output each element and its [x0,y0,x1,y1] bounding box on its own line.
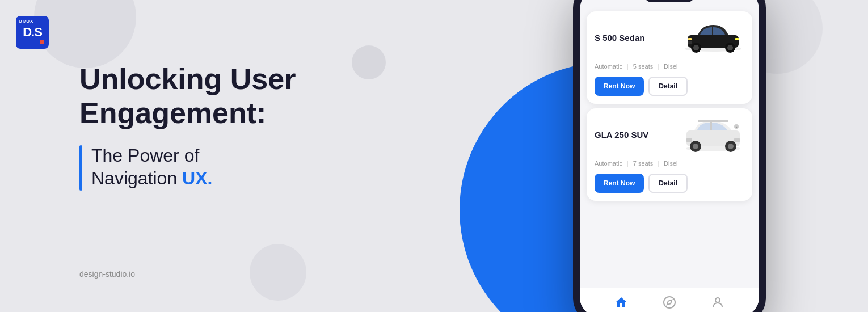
phone-mockup: S 500 Sedan [573,0,777,312]
car1-svg [682,19,744,53]
subtitle-line1: The Power of [91,145,199,166]
car-card-2: GLA 250 SUV [587,108,752,201]
svg-point-5 [727,45,733,50]
svg-point-13 [693,144,698,149]
svg-point-3 [693,45,699,50]
car1-specs: Automatic | 5 seats | Disel [595,63,744,70]
logo[interactable]: UI/UX D.S [16,16,49,49]
nav-home-icon[interactable] [614,295,629,310]
svg-rect-16 [686,138,692,142]
svg-rect-8 [688,41,692,44]
car1-spec1: Automatic [595,63,622,70]
svg-point-22 [715,298,720,302]
car1-spec2: 5 seats [633,63,653,70]
deco-circle-bottomleft [250,244,306,301]
phone-content: S 500 Sedan [580,0,759,288]
subtitle-block: The Power of Navigation UX. [79,144,363,191]
svg-rect-11 [710,122,712,130]
car1-spec3: Disel [664,63,677,70]
car-card-1: S 500 Sedan [587,11,752,104]
car2-specs: Automatic | 7 seats | Disel [595,160,744,167]
svg-rect-17 [734,138,740,142]
car2-rent-button[interactable]: Rent Now [595,174,644,193]
nav-explore-icon[interactable] [662,295,677,310]
car2-spec1: Automatic [595,160,622,167]
car2-svg: ★ [682,116,744,153]
nav-profile-icon[interactable] [710,295,725,310]
hero-content: Unlocking User Engagement: The Power of … [79,62,363,191]
deco-circle-topleft [34,0,136,68]
car2-image: ★ [682,116,744,153]
phone-notch [644,0,695,2]
phone-frame: S 500 Sedan [573,0,766,312]
subtitle-line2: Navigation [91,168,182,188]
car2-spec2: 7 seats [633,160,653,167]
logo-dot [40,40,44,44]
svg-rect-18 [698,120,728,122]
car1-name: S 500 Sedan [595,33,644,43]
car2-detail-button[interactable]: Detail [648,174,688,193]
car1-rent-button[interactable]: Rent Now [595,77,644,96]
main-headline: Unlocking User Engagement: [79,62,363,130]
page-background: UI/UX D.S Unlocking User Engagement: The… [0,0,868,312]
svg-rect-7 [735,38,739,40]
logo-ux-text: UI/UX [19,19,33,24]
car2-buttons: Rent Now Detail [595,174,744,193]
bottom-nav [580,288,759,312]
logo-ds-text: D.S [23,25,42,40]
svg-rect-6 [688,38,692,40]
car-card-1-top: S 500 Sedan [595,19,744,56]
phone-screen: S 500 Sedan [580,0,759,312]
blue-accent-bar [79,145,82,191]
car2-spec3: Disel [664,160,677,167]
subtitle-ux: UX. [182,168,212,188]
subtitle-text: The Power of Navigation UX. [91,144,212,189]
car1-detail-button[interactable]: Detail [648,77,688,96]
car-card-2-top: GLA 250 SUV [595,116,744,153]
car2-name: GLA 250 SUV [595,130,648,140]
car1-buttons: Rent Now Detail [595,77,744,96]
car1-image [682,19,744,56]
svg-point-21 [664,297,675,308]
svg-point-15 [728,144,734,149]
website-url: design-studio.io [79,269,135,279]
